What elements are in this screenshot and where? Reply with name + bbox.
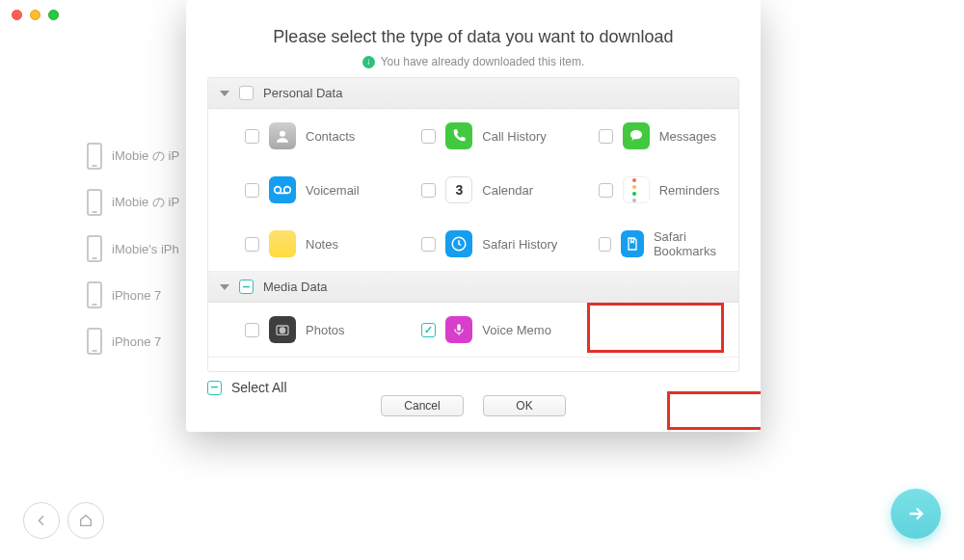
safari-bookmarks-icon [621, 230, 644, 257]
category-checkbox-personal[interactable] [239, 86, 254, 100]
safari-history-icon [445, 230, 472, 257]
select-all-checkbox[interactable] [207, 381, 222, 395]
select-all-row[interactable]: Select All [207, 380, 287, 395]
device-sidebar: iMobie の iP iMobie の iP iMobie's iPh iPh… [87, 143, 179, 355]
dialog-title: Please select the type of data you want … [186, 27, 761, 47]
svg-point-1 [275, 187, 281, 194]
messages-icon [623, 122, 650, 149]
phone-icon [87, 235, 102, 262]
item-checkbox[interactable] [245, 323, 259, 337]
category-header-personal[interactable]: Personal Data [208, 78, 738, 109]
next-button[interactable] [891, 489, 941, 539]
dialog-subtitle-text: You have already downloaded this item. [381, 55, 585, 68]
annotation-highlight-ok [667, 391, 761, 430]
svg-point-0 [280, 131, 285, 137]
sidebar-item-label: iMobie's iPh [112, 242, 179, 256]
data-item-messages[interactable]: Messages [562, 109, 738, 163]
svg-point-2 [284, 187, 291, 194]
svg-rect-7 [458, 324, 462, 331]
sidebar-item-label: iPhone 7 [112, 288, 161, 303]
data-item-call-history[interactable]: Call History [385, 109, 561, 163]
contacts-icon [269, 122, 296, 149]
category-title: Media Data [263, 280, 327, 294]
data-item-photos[interactable]: Photos [208, 303, 385, 357]
sidebar-device-item[interactable]: iMobie's iPh [87, 235, 179, 262]
minimize-window-button[interactable] [30, 10, 40, 20]
sidebar-device-item[interactable]: iPhone 7 [87, 328, 179, 355]
item-checkbox[interactable] [245, 237, 259, 252]
category-items-personal: Contacts Call History Messages [208, 109, 738, 272]
phone-icon [87, 328, 102, 355]
close-window-button[interactable] [12, 10, 22, 20]
back-button[interactable] [23, 502, 60, 539]
item-checkbox[interactable] [599, 129, 613, 144]
phone-icon [87, 189, 102, 216]
voicemail-icon [269, 176, 296, 203]
ok-button[interactable]: OK [483, 395, 566, 416]
category-checkbox-media[interactable] [239, 280, 254, 294]
select-all-label: Select All [231, 380, 287, 395]
item-label: Call History [482, 129, 546, 144]
sidebar-item-label: iMobie の iP [112, 147, 179, 165]
item-checkbox[interactable] [421, 183, 436, 198]
item-checkbox[interactable] [599, 183, 613, 198]
annotation-highlight-voice-memo [587, 303, 724, 353]
item-label: Notes [306, 237, 338, 252]
data-item-reminders[interactable]: Reminders [562, 163, 738, 217]
download-done-icon: ↓ [362, 56, 375, 68]
data-item-safari-bookmarks[interactable]: Safari Bookmarks [562, 217, 738, 271]
sidebar-device-item[interactable]: iMobie の iP [87, 143, 179, 170]
home-button[interactable] [67, 502, 104, 539]
data-item-voice-memo[interactable]: Voice Memo [385, 303, 561, 357]
download-dialog: Please select the type of data you want … [186, 0, 761, 432]
item-label: Safari Bookmarks [654, 229, 738, 258]
svg-point-5 [280, 327, 286, 333]
disclosure-triangle-icon[interactable] [220, 91, 229, 96]
zoom-window-button[interactable] [48, 10, 59, 20]
sidebar-item-label: iMobie の iP [112, 194, 179, 211]
cancel-button[interactable]: Cancel [381, 395, 464, 416]
photos-icon [269, 316, 296, 343]
reminders-icon [623, 176, 650, 203]
voice-memo-icon [445, 316, 472, 343]
item-label: Voice Memo [482, 323, 551, 337]
notes-icon [269, 230, 296, 257]
item-label: Contacts [306, 129, 355, 144]
item-checkbox[interactable] [421, 237, 436, 252]
item-checkbox[interactable] [245, 129, 259, 144]
item-label: Safari History [482, 237, 557, 252]
sidebar-device-item[interactable]: iMobie の iP [87, 189, 179, 216]
data-item-calendar[interactable]: 3 Calendar [385, 163, 561, 217]
phone-icon [87, 143, 102, 170]
sidebar-item-label: iPhone 7 [112, 334, 161, 349]
window-controls [12, 10, 59, 20]
disclosure-triangle-icon[interactable] [220, 284, 229, 290]
calendar-icon: 3 [445, 176, 472, 203]
item-label: Calendar [482, 183, 533, 198]
data-item-contacts[interactable]: Contacts [208, 109, 385, 163]
item-checkbox[interactable] [599, 237, 611, 252]
sidebar-device-item[interactable]: iPhone 7 [87, 281, 179, 308]
item-label: Photos [306, 323, 344, 337]
data-item-safari-history[interactable]: Safari History [385, 217, 561, 271]
item-checkbox[interactable] [245, 183, 259, 198]
item-checkbox[interactable] [421, 323, 436, 337]
item-label: Voicemail [306, 183, 360, 198]
dialog-subtitle: ↓ You have already downloaded this item. [186, 55, 761, 68]
item-label: Reminders [659, 183, 720, 198]
item-label: Messages [659, 129, 716, 144]
call-history-icon [445, 122, 472, 149]
category-header-media[interactable]: Media Data [208, 272, 738, 303]
item-checkbox[interactable] [421, 129, 436, 144]
category-title: Personal Data [263, 86, 342, 100]
data-item-voicemail[interactable]: Voicemail [208, 163, 385, 217]
data-item-notes[interactable]: Notes [208, 217, 385, 271]
phone-icon [87, 281, 102, 308]
